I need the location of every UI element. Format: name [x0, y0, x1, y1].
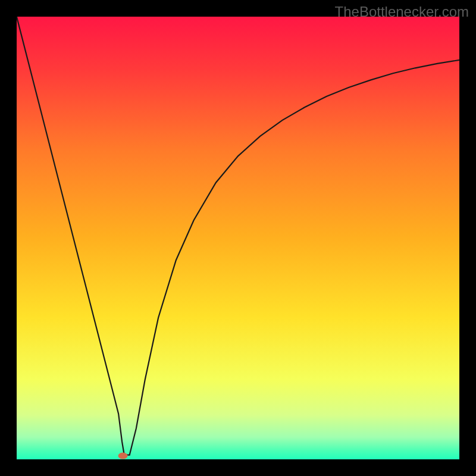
gradient-background: [17, 17, 459, 459]
optimum-marker-icon: [118, 453, 128, 459]
watermark-text: TheBottlenecker.com: [335, 4, 469, 20]
plot-area: [17, 17, 459, 459]
chart-svg: [17, 17, 459, 459]
chart-container: TheBottlenecker.com: [0, 0, 476, 476]
